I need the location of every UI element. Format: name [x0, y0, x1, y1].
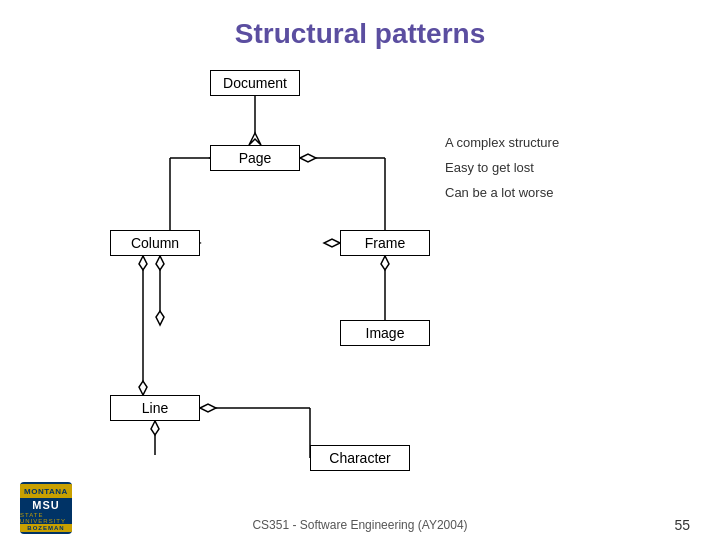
logo-top-text: MONTANA — [20, 484, 72, 498]
box-line: Line — [110, 395, 200, 421]
svg-marker-24 — [151, 421, 159, 435]
note-easy-lost: Easy to get lost — [445, 160, 534, 175]
box-column: Column — [110, 230, 200, 256]
note-lot-worse: Can be a lot worse — [445, 185, 553, 200]
logo-mid-text: MSU — [32, 498, 59, 512]
box-document: Document — [210, 70, 300, 96]
svg-marker-22 — [200, 404, 216, 412]
footer: CS351 - Software Engineering (AY2004) 55 — [0, 518, 720, 532]
svg-marker-1 — [249, 133, 261, 145]
note-complex-structure: A complex structure — [445, 135, 559, 150]
svg-marker-14 — [139, 381, 147, 395]
box-frame: Frame — [340, 230, 430, 256]
page-number: 55 — [674, 517, 690, 533]
svg-marker-10 — [300, 154, 316, 162]
slide-title: Structural patterns — [0, 0, 720, 50]
svg-marker-16 — [156, 256, 164, 270]
svg-marker-17 — [156, 311, 164, 325]
box-page: Page — [210, 145, 300, 171]
svg-marker-11 — [324, 239, 340, 247]
slide: Structural patterns — [0, 0, 720, 540]
diagram: Document Page Column Frame Image Line Ch… — [55, 55, 655, 475]
footer-text: CS351 - Software Engineering (AY2004) — [252, 518, 467, 532]
svg-marker-13 — [139, 256, 147, 270]
svg-marker-19 — [381, 256, 389, 270]
box-image: Image — [340, 320, 430, 346]
box-character: Character — [310, 445, 410, 471]
